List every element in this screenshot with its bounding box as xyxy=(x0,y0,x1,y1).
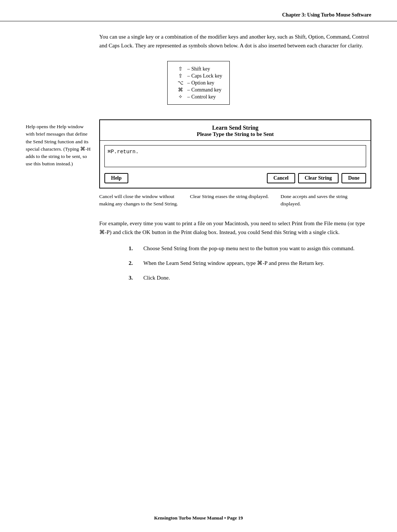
step-text-2: When the Learn Send String window appear… xyxy=(143,259,371,267)
command-symbol: ⌘ xyxy=(175,87,186,93)
numbered-list: 1. Choose Send String from the pop-up me… xyxy=(129,244,371,282)
shift-symbol: ⇧ xyxy=(175,66,186,72)
key-row-capslock: ⇪ – Caps Lock key xyxy=(175,73,222,79)
page-footer: Kensington Turbo Mouse Manual • Page 19 xyxy=(0,515,397,521)
chapter-title: Chapter 3: Using Turbo Mouse Software xyxy=(282,12,371,18)
page: Chapter 3: Using Turbo Mouse Software Yo… xyxy=(0,0,397,532)
shift-label: Shift key xyxy=(192,66,210,72)
content-area: You can use a single key or a combinatio… xyxy=(0,21,397,299)
cancel-annotation: Cancel will close the window without mak… xyxy=(99,193,190,208)
left-annotation: Help opens the Help window with brief me… xyxy=(26,119,92,208)
done-button[interactable]: Done xyxy=(341,173,366,183)
cancel-annotation-text: Cancel will close the window without mak… xyxy=(99,193,186,208)
list-item: 3. Click Done. xyxy=(129,273,371,282)
dialog-btn-group: Cancel Clear String Done xyxy=(267,173,366,183)
key-row-option: ⌥ – Option key xyxy=(175,80,222,86)
intro-paragraph: You can use a single key or a combinatio… xyxy=(99,32,371,50)
step-number-3: 3. xyxy=(129,273,140,282)
done-annotation-text: Done accepts and saves the string displa… xyxy=(280,193,368,208)
cancel-button[interactable]: Cancel xyxy=(267,173,295,183)
key-symbols-container: ⇧ – Shift key ⇪ – Caps Lock key ⌥ – Opti… xyxy=(26,61,371,105)
dialog-title-sub: Please Type the String to be Sent xyxy=(104,131,367,137)
option-label: Option key xyxy=(192,80,215,86)
left-annotation-text: Help opens the Help window with brief me… xyxy=(26,123,92,168)
clear-string-button[interactable]: Clear String xyxy=(298,173,339,183)
step-text-1: Choose Send String from the pop-up menu … xyxy=(143,244,371,253)
page-header: Chapter 3: Using Turbo Mouse Software xyxy=(0,0,397,21)
list-item: 1. Choose Send String from the pop-up me… xyxy=(129,244,371,253)
capslock-label: Caps Lock key xyxy=(192,73,222,79)
help-button[interactable]: Help xyxy=(104,173,128,183)
step-text-3: Click Done. xyxy=(143,273,371,282)
dialog-title-main: Learn Send String xyxy=(104,125,367,131)
control-symbol: ✧ xyxy=(175,94,186,100)
control-label: Control key xyxy=(192,94,216,100)
clear-string-annotation-text: Clear String erases the string displayed… xyxy=(190,193,277,200)
dialog-area: Learn Send String Please Type the String… xyxy=(99,119,371,208)
dialog-buttons: Help Cancel Clear String Done xyxy=(100,170,371,188)
key-row-command: ⌘ – Command key xyxy=(175,87,222,93)
capslock-symbol: ⇪ xyxy=(175,73,186,79)
step-number-1: 1. xyxy=(129,244,140,253)
key-row-shift: ⇧ – Shift key xyxy=(175,66,222,72)
for-example-paragraph: For example, every time you want to prin… xyxy=(99,219,371,237)
command-label: Command key xyxy=(192,87,222,93)
dialog-annotations: Cancel will close the window without mak… xyxy=(99,193,371,208)
option-symbol: ⌥ xyxy=(175,80,186,86)
dialog-title-area: Learn Send String Please Type the String… xyxy=(100,120,371,141)
key-row-control: ✧ – Control key xyxy=(175,94,222,100)
step-number-2: 2. xyxy=(129,259,140,267)
dialog-input-value: ⌘P.return. xyxy=(108,149,139,155)
footer-text: Kensington Turbo Mouse Manual • Page 19 xyxy=(154,515,243,521)
clear-string-annotation: Clear String erases the string displayed… xyxy=(190,193,281,208)
dialog-input-field[interactable]: ⌘P.return. xyxy=(104,145,366,167)
dialog-section: Help opens the Help window with brief me… xyxy=(26,119,371,208)
learn-send-string-dialog: Learn Send String Please Type the String… xyxy=(99,119,371,188)
done-annotation: Done accepts and saves the string displa… xyxy=(280,193,371,208)
list-item: 2. When the Learn Send String window app… xyxy=(129,259,371,267)
key-symbols-box: ⇧ – Shift key ⇪ – Caps Lock key ⌥ – Opti… xyxy=(167,61,230,105)
